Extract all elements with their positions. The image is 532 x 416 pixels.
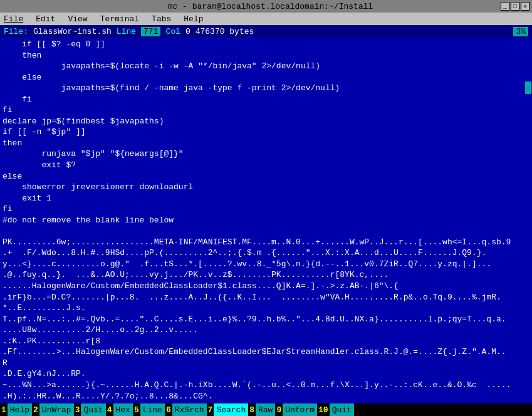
title-bar: mc - baran@localhost.localdomain:~/Insta… bbox=[0, 0, 532, 13]
menu-file[interactable]: File bbox=[3, 14, 24, 24]
btn-label-search[interactable]: Search bbox=[214, 403, 248, 416]
bottom-btn-line[interactable]: 5Line bbox=[133, 403, 165, 416]
scrollbar-thumb[interactable] bbox=[525, 81, 531, 94]
window-controls[interactable]: _ □ ✕ bbox=[501, 2, 529, 11]
scrollbar[interactable] bbox=[524, 75, 532, 403]
bottom-btn-quit[interactable]: 3Quit bbox=[74, 403, 106, 416]
btn-label-line[interactable]: Line bbox=[140, 403, 165, 416]
bottom-bar: 1Help2UnWrap3Quit4Hex5Line6RxSrch7Search… bbox=[0, 403, 532, 416]
col-number: 0 bbox=[185, 27, 190, 36]
bottom-btn-help[interactable]: 1Help bbox=[0, 403, 32, 416]
menu-help[interactable]: Help bbox=[182, 14, 204, 24]
menu-terminal[interactable]: Terminal bbox=[99, 14, 140, 24]
btn-label-rxsrch[interactable]: RxSrch bbox=[172, 403, 207, 416]
bottom-btn-unform[interactable]: 9Unform bbox=[275, 403, 317, 416]
btn-label-help[interactable]: Help bbox=[8, 403, 32, 416]
bottom-btn-rxsrch[interactable]: 6RxSrch bbox=[165, 403, 207, 416]
btn-label-unwrap[interactable]: UnWrap bbox=[39, 403, 74, 416]
btn-num-1: 2 bbox=[32, 405, 39, 415]
btn-label-hex[interactable]: Hex bbox=[113, 403, 133, 416]
minimize-button[interactable]: _ bbox=[501, 2, 509, 11]
maximize-button[interactable]: □ bbox=[511, 2, 519, 11]
btn-label-unform[interactable]: Unform bbox=[283, 403, 317, 416]
menu-view[interactable]: View bbox=[66, 14, 88, 24]
btn-label-raw[interactable]: Raw bbox=[256, 403, 275, 416]
btn-num-6: 7 bbox=[207, 405, 214, 415]
btn-num-5: 6 bbox=[165, 405, 172, 415]
scroll-indicator: 3% bbox=[513, 27, 528, 36]
bottom-btn-unwrap[interactable]: 2UnWrap bbox=[32, 403, 74, 416]
info-bar: File: GlassWor~inst.sh Line 771 Col 0 47… bbox=[0, 25, 532, 38]
file-bytes: 476370 bytes bbox=[196, 27, 254, 36]
menu-edit[interactable]: Edit bbox=[34, 14, 56, 24]
bottom-btn-raw[interactable]: 8Raw bbox=[248, 403, 275, 416]
btn-num-9: 10 bbox=[317, 405, 330, 415]
btn-num-8: 9 bbox=[275, 405, 283, 415]
close-button[interactable]: ✕ bbox=[521, 2, 529, 11]
btn-num-0: 1 bbox=[0, 405, 8, 415]
btn-num-2: 3 bbox=[74, 405, 81, 415]
btn-num-3: 4 bbox=[106, 405, 113, 415]
bottom-btn-search[interactable]: 7Search bbox=[207, 403, 249, 416]
col-label: Col bbox=[165, 27, 180, 36]
btn-num-4: 5 bbox=[133, 405, 140, 415]
menu-bar: File Edit View Terminal Tabs Help bbox=[0, 13, 532, 25]
window-title: mc - baran@localhost.localdomain:~/Insta… bbox=[40, 2, 501, 11]
menu-tabs[interactable]: Tabs bbox=[150, 14, 172, 24]
filename: GlassWor~inst.sh bbox=[33, 27, 112, 36]
bottom-btn-hex[interactable]: 4Hex bbox=[106, 403, 133, 416]
file-label: File: bbox=[4, 27, 28, 36]
btn-num-7: 8 bbox=[248, 405, 256, 415]
bottom-btn-quit[interactable]: 10Quit bbox=[317, 403, 354, 416]
line-number: 771 bbox=[141, 27, 160, 36]
file-content: if [[ $? -eq 0 ]] then javapaths=$(locat… bbox=[0, 38, 532, 403]
line-label: Line bbox=[117, 27, 136, 36]
btn-label-quit[interactable]: Quit bbox=[330, 403, 354, 416]
btn-label-quit[interactable]: Quit bbox=[81, 403, 105, 416]
